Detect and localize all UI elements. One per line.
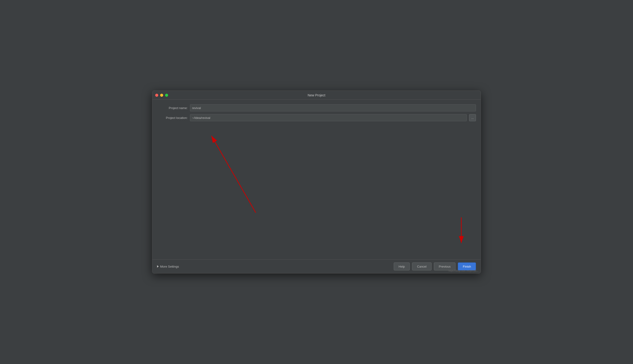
project-location-row: Project location: ... [157,114,476,121]
content-area: Project name: Project location: ... [152,100,481,260]
previous-button[interactable]: Previous [434,262,456,270]
project-location-label: Project location: [157,116,188,120]
help-button[interactable]: Help [394,262,410,270]
project-name-input[interactable] [190,104,476,112]
cancel-button[interactable]: Cancel [412,262,431,270]
main-body [157,124,476,255]
more-settings-toggle[interactable]: More Settings [157,265,179,268]
arrows-overlay [157,124,476,255]
browse-button[interactable]: ... [469,114,476,121]
more-settings-label: More Settings [160,265,179,268]
close-button[interactable] [155,94,158,97]
title-bar: New Project [152,91,481,100]
watermark: https://blog.csdn.net/jerryB... [448,270,478,272]
new-project-dialog: New Project Project name: Project locati… [152,90,481,274]
maximize-button[interactable] [165,94,168,97]
traffic-lights [155,94,168,97]
bottom-right-buttons: Help Cancel Previous Finish [394,262,476,270]
bottom-bar: More Settings Help Cancel Previous Finis… [152,260,481,273]
project-location-input[interactable] [190,114,467,121]
minimize-button[interactable] [160,94,163,97]
svg-line-2 [211,136,256,213]
project-name-label: Project name: [157,106,188,110]
window-title: New Project [307,93,325,97]
project-name-row: Project name: [157,104,476,112]
finish-button[interactable]: Finish [458,262,476,270]
more-settings-triangle-icon [157,265,159,268]
